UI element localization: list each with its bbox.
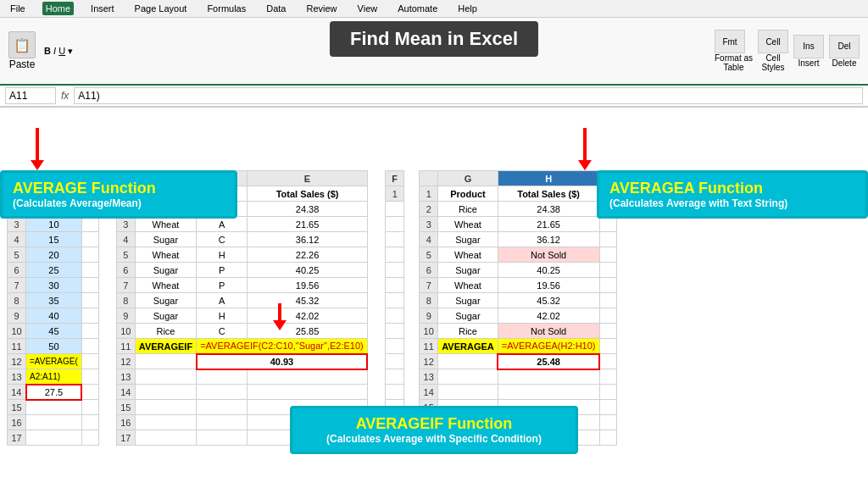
menu-bar: File Home Insert Page Layout Formulas Da… — [0, 0, 868, 18]
right-func-desc: (Calculates Average with Text String) — [609, 197, 855, 209]
right-ribbon: Fmt Format asTable Cell CellStyles Ins I… — [715, 30, 860, 72]
name-box[interactable] — [5, 87, 56, 104]
title-banner: Find Mean in Excel — [330, 21, 538, 57]
menu-view[interactable]: View — [354, 2, 381, 15]
col-f-spacer: F 1 — [385, 170, 402, 446]
annotation-left: AVERAGE Function (Calculates Average/Mea… — [0, 170, 237, 219]
menu-file[interactable]: File — [7, 2, 29, 15]
right-table: G H I 1 Product Total Sales ($) 2Rice24.… — [419, 170, 616, 446]
annotation-right: AVERAGEA Function (Calculates Average wi… — [597, 170, 868, 219]
menu-automate[interactable]: Automate — [394, 2, 441, 15]
right-table-wrap: G H I 1 Product Total Sales ($) 2Rice24.… — [419, 170, 616, 446]
right-arrow-down — [578, 128, 592, 170]
excel-top: File Home Insert Page Layout Formulas Da… — [0, 0, 868, 108]
formula-bar: fx — [0, 86, 868, 107]
menu-data[interactable]: Data — [263, 2, 289, 15]
menu-review[interactable]: Review — [303, 2, 340, 15]
paste-group: 📋 Paste — [8, 31, 36, 70]
left-func-desc: (Calculates Average/Mean) — [13, 197, 225, 209]
center-arrow-down — [273, 303, 287, 330]
right-func-name: AVERAGEA Function — [609, 180, 855, 197]
left-arrow-down — [31, 128, 44, 170]
menu-pagelayout[interactable]: Page Layout — [131, 2, 191, 15]
clipboard-group: B I U ▾ — [44, 46, 73, 57]
format-as-table-btn[interactable]: Fmt — [715, 30, 745, 53]
formula-input[interactable] — [74, 87, 863, 104]
delete-btn[interactable]: Del — [829, 35, 860, 58]
menu-insert[interactable]: Insert — [87, 2, 118, 15]
bottom-func-desc: (Calculates Average with Specific Condit… — [303, 433, 565, 445]
left-func-name: AVERAGE Function — [13, 180, 225, 197]
ribbon: 📋 Paste B I U ▾ Find Mean in Excel Fmt F… — [0, 18, 868, 86]
insert-btn[interactable]: Ins — [793, 35, 824, 58]
annotation-bottom: AVERAGEIF Function (Calculates Average w… — [290, 406, 578, 454]
main-content: AVERAGE Function (Calculates Average/Mea… — [0, 170, 868, 446]
cell-styles-btn[interactable]: Cell — [758, 30, 788, 53]
paste-icon[interactable]: 📋 — [8, 31, 36, 58]
menu-home[interactable]: Home — [42, 2, 74, 15]
menu-help[interactable]: Help — [454, 2, 481, 15]
menu-formulas[interactable]: Formulas — [203, 2, 249, 15]
bottom-func-name: AVERAGEIF Function — [303, 415, 565, 433]
